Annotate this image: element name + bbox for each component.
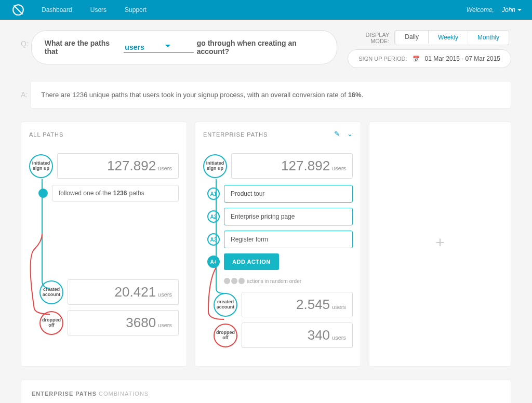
step-badge: A2 bbox=[207, 210, 220, 223]
step-badge: A3 bbox=[207, 233, 220, 246]
panel-add-new[interactable]: + bbox=[369, 122, 511, 367]
topbar: Dashboard Users Support Welcome, John bbox=[0, 0, 532, 20]
plus-icon: + bbox=[435, 234, 445, 251]
question-box: What are the paths that users go through… bbox=[31, 30, 337, 64]
welcome-text: Welcome, bbox=[467, 6, 494, 14]
signup-period-picker[interactable]: SIGN UP PERIOD: 📅 01 Mar 2015 - 07 Mar 2… bbox=[348, 49, 511, 68]
tab-weekly[interactable]: Weekly bbox=[429, 31, 468, 45]
nav-dashboard[interactable]: Dashboard bbox=[42, 6, 72, 14]
initiated-signup-node: initiated sign up bbox=[203, 154, 227, 178]
question-mark-icon: Q: bbox=[21, 39, 29, 48]
section-title: ENTERPRISE PATHS COMBINATIONS bbox=[32, 391, 500, 397]
add-action-button[interactable]: ADD ACTION bbox=[224, 253, 279, 270]
dropped-off-node: dropped off bbox=[39, 311, 63, 335]
chevron-down-icon[interactable]: ⌄ bbox=[347, 130, 353, 138]
question-suffix: go through when creating an account? bbox=[197, 39, 324, 56]
dropped-stat: 340 users bbox=[242, 323, 353, 348]
created-stat: 2.545 users bbox=[242, 292, 353, 317]
nav-support[interactable]: Support bbox=[125, 6, 147, 14]
created-stat: 20.421 users bbox=[68, 279, 179, 305]
initiated-stat: 127.892 users bbox=[231, 153, 353, 179]
initiated-stat: 127.892 users bbox=[57, 153, 179, 179]
followed-paths-stat: followed one of the 1236 paths bbox=[52, 185, 179, 202]
add-step-badge: A+ bbox=[207, 256, 220, 268]
step-pricing-page[interactable]: Enterprise pricing page bbox=[224, 208, 353, 225]
nav-users[interactable]: Users bbox=[90, 6, 107, 14]
path-dot bbox=[38, 189, 48, 198]
dropped-off-node: dropped off bbox=[214, 324, 237, 347]
panel-enterprise-paths: ENTERPRISE PATHS ✎ ⌄ initiated sign up 1… bbox=[195, 122, 361, 367]
step-register-form[interactable]: Register form bbox=[224, 231, 353, 248]
tab-monthly[interactable]: Monthly bbox=[468, 31, 509, 45]
question-prefix: What are the paths that bbox=[45, 39, 121, 56]
calendar-icon: 📅 bbox=[413, 56, 420, 62]
tab-daily[interactable]: Daily bbox=[395, 30, 429, 44]
answer-box: There are 1236 unique paths that users t… bbox=[30, 81, 511, 109]
answer-mark-icon: A: bbox=[21, 90, 28, 99]
combinations-section: ENTERPRISE PATHS COMBINATIONS ENTERPRISE… bbox=[21, 380, 511, 403]
initiated-signup-node: initiated sign up bbox=[29, 154, 53, 178]
user-menu[interactable]: John bbox=[502, 6, 522, 14]
display-mode-label: DISPLAY MODE: bbox=[348, 32, 389, 44]
main-nav: Dashboard Users Support bbox=[42, 6, 467, 14]
view-controls: DISPLAY MODE: Daily Weekly Monthly SIGN … bbox=[348, 30, 511, 68]
random-order-note: actions in random order bbox=[224, 278, 353, 284]
period-dates: 01 Mar 2015 - 07 Mar 2015 bbox=[425, 55, 500, 62]
display-mode-tabs: Daily Weekly Monthly bbox=[394, 30, 509, 45]
panel-all-paths: ALL PATHS initiated sign up 127.892 user… bbox=[21, 122, 187, 367]
logo-icon bbox=[10, 2, 26, 18]
created-account-node: created account bbox=[39, 280, 63, 304]
panel-title: ALL PATHS bbox=[29, 131, 179, 138]
caret-down-icon bbox=[517, 9, 522, 13]
period-label: SIGN UP PERIOD: bbox=[358, 56, 407, 62]
dropped-stat: 3680 users bbox=[68, 310, 179, 335]
step-badge: A1 bbox=[207, 187, 220, 200]
panel-title: ENTERPRISE PATHS bbox=[203, 131, 353, 138]
camera-icon[interactable]: ✎ bbox=[334, 130, 340, 138]
step-product-tour[interactable]: Product tour bbox=[224, 185, 353, 203]
paths-subject-select[interactable]: users bbox=[124, 42, 193, 53]
created-account-node: created account bbox=[214, 293, 237, 317]
